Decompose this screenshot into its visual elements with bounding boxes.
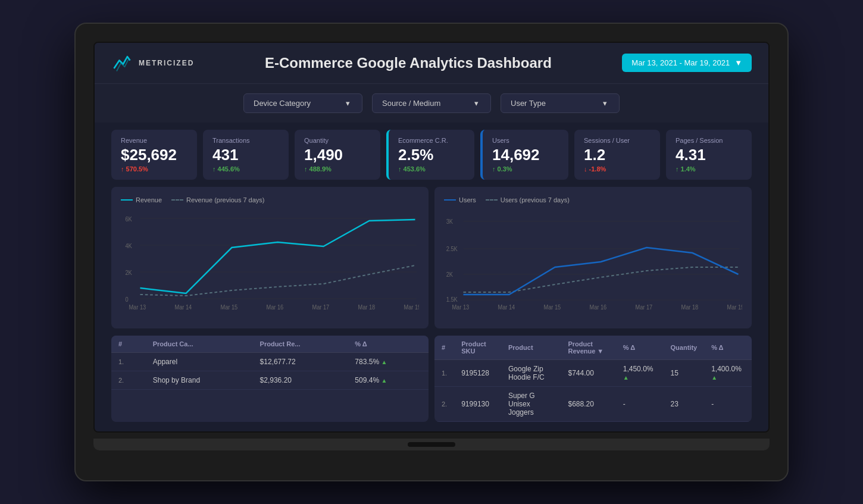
col-product-rev: Product Re... <box>253 336 348 353</box>
svg-text:2.5K: 2.5K <box>446 246 458 252</box>
metric-revenue: Revenue $25,692 ↑ 570.5% <box>111 130 197 180</box>
revenue-cell: $2,936.20 <box>253 371 348 390</box>
logo-icon <box>111 52 133 74</box>
product-cell: Google Zip Hoodie F/C <box>501 360 561 387</box>
header: METRICIZED E-Commerce Google Analytics D… <box>95 43 768 84</box>
metric-transactions: Transactions 431 ↑ 445.6% <box>203 130 289 180</box>
users-chart-svg: 3K 2.5K 2K 1.5K <box>444 209 742 317</box>
revenue-cell: $688.20 <box>561 387 615 422</box>
svg-text:2K: 2K <box>125 270 132 276</box>
svg-text:Mar 15: Mar 15 <box>220 304 237 311</box>
rank-cell: 2. <box>111 371 146 390</box>
svg-text:Mar 19: Mar 19 <box>404 304 419 311</box>
svg-text:Mar 13: Mar 13 <box>129 304 146 311</box>
table-row: 2. Shop by Brand $2,936.20 509.4% ▲ <box>111 371 429 390</box>
rank-cell: 1. <box>111 353 146 371</box>
revenue-chart: Revenue Revenue (previous 7 days) 6K 4K … <box>111 187 429 328</box>
metrics-row: Revenue $25,692 ↑ 570.5% Transactions 43… <box>95 123 768 187</box>
svg-text:Mar 18: Mar 18 <box>358 304 375 311</box>
up-arrow-icon: ▲ <box>381 377 387 384</box>
page-title: E-Commerce Google Analytics Dashboard <box>194 55 622 71</box>
revenue-chart-legend: Revenue Revenue (previous 7 days) <box>121 196 419 204</box>
sku-cell: 9195128 <box>454 360 501 387</box>
change2-cell: 1,400.0% ▲ <box>704 360 752 387</box>
users-legend-previous: Users (previous 7 days) <box>486 196 570 204</box>
users-chart: Users Users (previous 7 days) 3K 2.5K 2K… <box>434 187 752 328</box>
col-product-revenue: Product Revenue ▼ <box>561 336 615 360</box>
user-type-filter[interactable]: User Type ▾ <box>501 93 620 113</box>
svg-text:Mar 16: Mar 16 <box>266 304 283 311</box>
users-chart-legend: Users Users (previous 7 days) <box>444 196 742 204</box>
metric-quantity: Quantity 1,490 ↑ 488.9% <box>295 130 380 180</box>
change1-cell: - <box>616 387 664 422</box>
revenue-current-line <box>121 199 133 201</box>
change-cell: 783.5% ▲ <box>348 353 429 371</box>
col-pct-delta-1: % Δ <box>348 336 429 353</box>
users-previous-line <box>486 199 498 201</box>
revenue-legend-current: Revenue <box>121 196 162 204</box>
metric-users: Users 14,692 ↑ 0.3% <box>480 130 568 180</box>
col-product: Product <box>501 336 561 360</box>
category-cell: Apparel <box>146 353 253 371</box>
svg-text:Mar 14: Mar 14 <box>174 304 192 311</box>
rank-cell: 1. <box>434 360 454 387</box>
col-product-cat: Product Ca... <box>146 336 253 353</box>
svg-text:Mar 16: Mar 16 <box>589 304 606 311</box>
change2-cell: - <box>704 387 752 422</box>
metric-sessions-user: Sessions / User 1.2 ↓ -1.8% <box>574 130 660 180</box>
logo-area: METRICIZED <box>111 52 194 74</box>
revenue-cell: $12,677.72 <box>253 353 348 371</box>
revenue-legend-previous: Revenue (previous 7 days) <box>171 196 264 204</box>
source-medium-filter[interactable]: Source / Medium ▾ <box>372 93 491 113</box>
date-range-button[interactable]: Mar 13, 2021 - Mar 19, 2021 ▼ <box>622 54 752 72</box>
charts-row: Revenue Revenue (previous 7 days) 6K 4K … <box>95 187 768 336</box>
svg-text:0: 0 <box>125 296 128 303</box>
table-row: 2. 9199130 Super G Unisex Joggers $688.2… <box>434 387 752 422</box>
revenue-previous-line <box>171 199 183 201</box>
svg-text:1.5K: 1.5K <box>446 296 458 303</box>
device-category-filter[interactable]: Device Category ▾ <box>243 93 362 113</box>
svg-text:2K: 2K <box>446 271 454 278</box>
col-pct-delta-2: % Δ <box>616 336 664 360</box>
table-row: 1. 9195128 Google Zip Hoodie F/C $744.00… <box>434 360 752 387</box>
col-pct-delta-3: % Δ <box>704 336 752 360</box>
svg-text:4K: 4K <box>125 243 132 249</box>
logo-text: METRICIZED <box>139 59 194 67</box>
quantity-cell: 23 <box>664 387 705 422</box>
svg-text:6K: 6K <box>125 216 132 223</box>
col-sku: Product SKU <box>454 336 501 360</box>
col-rank-2: # <box>434 336 454 360</box>
revenue-cell: $744.00 <box>561 360 615 387</box>
svg-text:Mar 19: Mar 19 <box>727 304 742 311</box>
product-cell: Super G Unisex Joggers <box>501 387 561 422</box>
svg-text:Mar 17: Mar 17 <box>635 304 652 311</box>
change1-cell: 1,450.0% ▲ <box>616 360 664 387</box>
metric-pages-session: Pages / Session 4.31 ↑ 1.4% <box>666 130 752 180</box>
svg-text:Mar 14: Mar 14 <box>498 304 515 311</box>
users-legend-current: Users <box>444 196 476 204</box>
product-category-table: # Product Ca... Product Re... % Δ 1. App… <box>111 336 429 422</box>
col-quantity: Quantity <box>664 336 705 360</box>
up-arrow-icon: ▲ <box>381 359 387 365</box>
change-cell: 509.4% ▲ <box>348 371 429 390</box>
category-cell: Shop by Brand <box>146 371 253 390</box>
revenue-chart-svg: 6K 4K 2K 0 <box>121 209 419 317</box>
quantity-cell: 15 <box>664 360 705 387</box>
svg-text:Mar 13: Mar 13 <box>452 304 469 311</box>
table-row: 1. Apparel $12,677.72 783.5% ▲ <box>111 353 429 371</box>
svg-text:Mar 15: Mar 15 <box>543 304 561 311</box>
filters-row: Device Category ▾ Source / Medium ▾ User… <box>95 84 768 123</box>
product-sku-table: # Product SKU Product Product Revenue ▼ … <box>434 336 752 422</box>
tables-row: # Product Ca... Product Re... % Δ 1. App… <box>95 336 768 431</box>
metric-ecommerce-cr: Ecommerce C.R. 2.5% ↑ 453.6% <box>386 130 474 180</box>
col-rank-1: # <box>111 336 146 353</box>
svg-text:Mar 18: Mar 18 <box>681 304 698 311</box>
svg-text:3K: 3K <box>446 218 454 225</box>
up-arrow-icon: ▲ <box>711 374 717 381</box>
rank-cell: 2. <box>434 387 454 422</box>
svg-text:Mar 17: Mar 17 <box>312 304 329 311</box>
users-current-line <box>444 199 456 201</box>
sku-cell: 9199130 <box>454 387 501 422</box>
up-arrow-icon: ▲ <box>623 374 629 381</box>
